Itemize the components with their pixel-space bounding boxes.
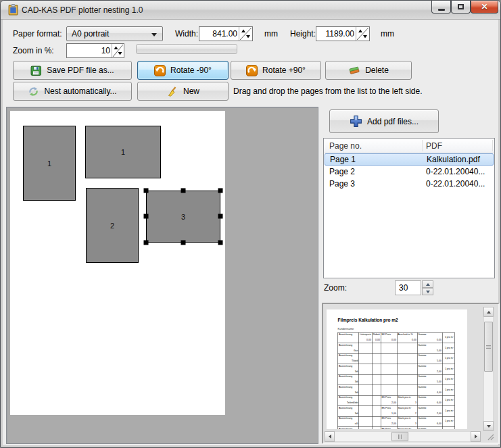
preview-table-cell: Bezeichnung bbox=[338, 332, 359, 343]
scroll-down-button[interactable] bbox=[483, 421, 494, 431]
nested-page-1-landscape[interactable]: 1 bbox=[85, 126, 161, 178]
titlebar[interactable]: CAD-KAS PDF plotter nesting 1.0 ✕ bbox=[1, 1, 500, 20]
width-spin-buttons[interactable] bbox=[239, 27, 252, 41]
close-button[interactable]: ✕ bbox=[471, 1, 498, 14]
height-input[interactable] bbox=[316, 27, 356, 41]
preview-table-cell: BezeichnungGas bbox=[338, 343, 359, 354]
up-down-diagonal-icon bbox=[239, 27, 252, 41]
preview-zoom-spinner bbox=[422, 280, 433, 295]
preview-table-cell: EK Preis bbox=[381, 427, 397, 429]
page-number-label: 1 bbox=[121, 148, 125, 156]
column-divider[interactable] bbox=[422, 140, 423, 151]
scroll-left-button[interactable] bbox=[325, 431, 335, 442]
preview-table-cell bbox=[372, 374, 381, 385]
preview-table-cell: Summe5,00 bbox=[417, 374, 442, 385]
selection-handle-w[interactable] bbox=[144, 214, 149, 219]
nesting-canvas[interactable]: 1 1 2 3 bbox=[6, 107, 318, 444]
new-label: New bbox=[183, 86, 199, 96]
app-window: CAD-KAS PDF plotter nesting 1.0 ✕ Paper … bbox=[0, 0, 501, 448]
preview-table-cell bbox=[359, 343, 372, 354]
preview-table-cell: Listenpreis0,00 bbox=[359, 332, 372, 343]
zoom-in-spin-buttons[interactable] bbox=[112, 44, 124, 57]
preview-table-cell: EK Preis1,00 bbox=[381, 406, 397, 417]
column-header-pdf[interactable]: PDF bbox=[426, 141, 442, 151]
preview-table-cell bbox=[372, 343, 381, 354]
preview-table-cell bbox=[381, 385, 397, 396]
delete-button[interactable]: Delete bbox=[325, 61, 412, 80]
nest-automatically-label: Nest automatically... bbox=[44, 86, 116, 96]
preview-table-cell bbox=[397, 364, 417, 375]
preview-doc-subtitle: Kundenname bbox=[338, 327, 354, 330]
nest-automatically-button[interactable]: Nest automatically... bbox=[13, 82, 132, 101]
drag-drop-hint: Drag and drop the pages from the list to… bbox=[233, 86, 423, 96]
preview-table-cell: € pro m² bbox=[442, 416, 454, 427]
selection-handle-e[interactable] bbox=[218, 214, 223, 219]
thumb-grip bbox=[398, 434, 402, 439]
spin-up-button[interactable] bbox=[422, 280, 433, 288]
preview-table-cell: Summe6,00 bbox=[417, 416, 442, 427]
horizontal-scroll-thumb[interactable] bbox=[391, 432, 408, 441]
selection-handle-ne[interactable] bbox=[218, 189, 223, 193]
selection-handle-se[interactable] bbox=[218, 241, 223, 245]
preview-table-cell bbox=[442, 427, 454, 429]
rotate-cw-icon bbox=[246, 65, 258, 76]
height-spin-buttons[interactable] bbox=[356, 27, 369, 41]
selection-handle-sw[interactable] bbox=[144, 241, 149, 245]
column-divider[interactable] bbox=[492, 140, 493, 151]
preview-table-cell: Stück pro m²3 bbox=[397, 416, 417, 427]
selection-handle-nw[interactable] bbox=[144, 189, 149, 193]
selection-handle-n[interactable] bbox=[181, 189, 186, 193]
paper-format-label: Paper format: bbox=[13, 29, 62, 39]
width-input[interactable] bbox=[199, 27, 239, 41]
list-row-page-1[interactable]: Page 1 Kalkulation.pdf bbox=[325, 153, 494, 166]
column-header-page-no[interactable]: Page no. bbox=[329, 141, 362, 151]
maximize-button[interactable] bbox=[451, 1, 471, 14]
preview-table-cell: Summe bbox=[417, 427, 442, 429]
rotate-left-button[interactable]: Rotate -90° bbox=[137, 61, 229, 80]
preview-table-cell bbox=[372, 385, 381, 396]
preview-table-cell bbox=[381, 353, 397, 364]
vertical-scroll-thumb[interactable] bbox=[484, 322, 493, 372]
preview-table-cell: Bezeichnung3di bbox=[338, 385, 359, 396]
width-field-group bbox=[199, 26, 253, 41]
height-unit: mm bbox=[381, 29, 394, 39]
nested-page-3-selected[interactable]: 3 bbox=[146, 191, 220, 243]
paper-format-select[interactable]: A0 portrait bbox=[66, 26, 163, 41]
preview-doc-title: Filmpreis Kalkulation pro m2 bbox=[338, 318, 398, 323]
preview-table-cell bbox=[397, 385, 417, 396]
add-pdf-files-button[interactable]: Add pdf files... bbox=[329, 109, 439, 133]
rotate-right-button[interactable]: Rotate +90° bbox=[231, 61, 321, 80]
list-row-page-3[interactable]: Page 3 0-22.01.20040... bbox=[324, 178, 494, 190]
preview-horizontal-scrollbar[interactable] bbox=[325, 431, 481, 442]
list-header[interactable]: Page no. PDF bbox=[324, 139, 494, 153]
selection-handle-s[interactable] bbox=[181, 241, 186, 245]
zoom-in-field-group bbox=[66, 43, 124, 58]
spin-down-button[interactable] bbox=[422, 288, 433, 295]
preview-table-cell bbox=[381, 364, 397, 375]
preview-table-cell bbox=[372, 353, 381, 364]
left-arrow-icon bbox=[329, 434, 331, 439]
list-row-page-2[interactable]: Page 2 0-22.01.20040... bbox=[324, 166, 494, 178]
preview-table-cell bbox=[397, 343, 417, 354]
save-pdf-label: Save PDF file as... bbox=[47, 66, 114, 75]
paper-sheet[interactable]: 1 1 2 3 bbox=[10, 111, 225, 415]
zoom-trackbar[interactable] bbox=[136, 44, 237, 54]
scroll-up-button[interactable] bbox=[483, 307, 494, 317]
up-down-diagonal-icon bbox=[356, 27, 369, 41]
resize-grip-icon[interactable] bbox=[485, 432, 496, 442]
nested-page-2[interactable]: 2 bbox=[86, 188, 139, 263]
nested-page-1-portrait[interactable]: 1 bbox=[23, 126, 76, 201]
minimize-button[interactable] bbox=[431, 1, 451, 14]
preview-zoom-input[interactable] bbox=[396, 281, 421, 295]
preview-table-cell: € pro m² bbox=[442, 385, 454, 396]
preview-vertical-scrollbar[interactable] bbox=[483, 307, 494, 431]
preview-table-cell bbox=[372, 416, 381, 427]
preview-table-cell bbox=[372, 427, 381, 429]
save-pdf-button[interactable]: Save PDF file as... bbox=[13, 61, 132, 80]
preview-table-cell: BezeichnungTiland bbox=[338, 353, 359, 364]
scroll-right-button[interactable] bbox=[471, 431, 481, 442]
preview-table-cell: Bezeichnung bbox=[338, 427, 359, 429]
zoom-in-input[interactable] bbox=[67, 44, 112, 57]
new-button[interactable]: New bbox=[137, 82, 229, 101]
preview-table-cell bbox=[359, 395, 372, 406]
